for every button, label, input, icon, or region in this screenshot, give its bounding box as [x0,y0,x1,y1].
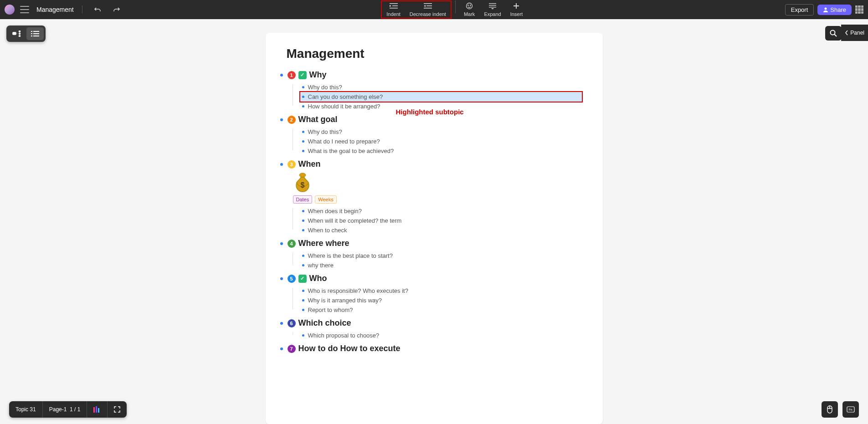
svg-marker-1 [390,5,391,7]
toolbar-right: Export Share [785,4,863,15]
share-label: Share [830,6,846,13]
svg-rect-11 [489,3,496,4]
document-title: Management [36,6,74,13]
svg-rect-0 [390,3,398,4]
mark-button[interactable]: Mark [459,1,479,18]
indent-icon [390,2,398,10]
export-button[interactable]: Export [785,4,814,15]
user-avatar[interactable] [5,5,15,15]
svg-rect-12 [489,5,496,5]
svg-point-15 [825,8,827,10]
separator [82,5,82,14]
svg-marker-14 [491,8,494,9]
svg-point-8 [467,3,473,9]
toolbar-center: Indent Decrease indent Mark Expand Inser… [123,0,785,19]
apps-icon[interactable] [855,5,863,14]
svg-marker-5 [424,5,426,7]
svg-rect-13 [489,7,496,7]
highlighted-tools: Indent Decrease indent [381,0,452,19]
redo-button[interactable] [110,3,123,16]
smile-icon [466,2,473,10]
menu-icon[interactable] [20,6,29,13]
decrease-indent-button[interactable]: Decrease indent [405,1,451,18]
svg-point-10 [470,5,471,5]
toolbar-left: Management [5,3,123,16]
expand-icon [489,2,496,10]
mark-group: Mark Expand Insert [459,0,527,19]
svg-rect-3 [390,8,398,9]
svg-rect-6 [426,5,432,6]
separator [455,0,456,13]
expand-label: Expand [484,11,501,17]
svg-rect-4 [424,3,432,4]
svg-rect-7 [424,8,432,9]
decrease-indent-label: Decrease indent [410,11,446,17]
insert-button[interactable]: Insert [506,1,528,18]
indent-button[interactable]: Indent [382,1,405,18]
share-button[interactable]: Share [817,5,852,15]
plus-icon [513,2,519,10]
mark-label: Mark [464,11,475,17]
undo-button[interactable] [91,3,104,16]
top-toolbar: Management Indent Decrease indent Mark E… [0,0,868,19]
expand-button[interactable]: Expand [479,1,505,18]
decrease-indent-icon [424,2,432,10]
person-icon [823,7,828,12]
svg-rect-2 [392,5,398,6]
indent-label: Indent [386,11,401,17]
insert-label: Insert [510,11,523,17]
svg-point-9 [468,5,468,5]
